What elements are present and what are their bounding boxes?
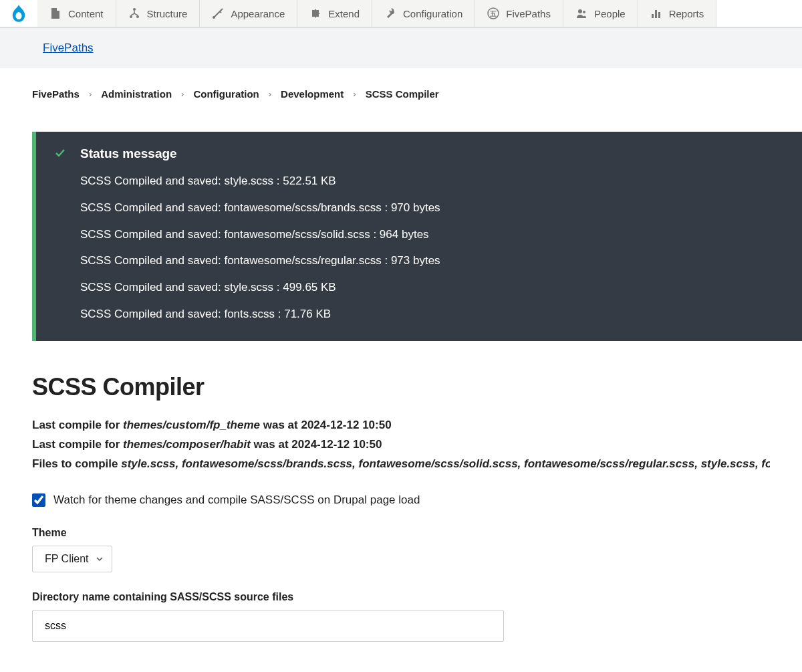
toolbar-item-label: Structure xyxy=(147,8,188,19)
people-icon xyxy=(575,7,587,19)
toolbar-item-appearance[interactable]: Appearance xyxy=(200,0,297,27)
toolbar-item-structure[interactable]: Structure xyxy=(116,0,200,27)
theme-selected-value: FP Client xyxy=(45,553,89,564)
directory-field: Directory name containing SASS/SCSS sour… xyxy=(32,591,770,642)
check-icon xyxy=(55,148,65,160)
svg-point-4 xyxy=(213,16,215,19)
breadcrumb-item[interactable]: FivePaths xyxy=(32,88,80,100)
compile-info: Last compile for themes/custom/fp_theme … xyxy=(32,416,770,474)
watch-checkbox-label[interactable]: Watch for theme changes and compile SASS… xyxy=(53,493,420,507)
chevron-right-icon: › xyxy=(89,89,92,99)
appearance-icon xyxy=(212,7,224,19)
toolbar-drupal-logo[interactable] xyxy=(0,0,37,27)
svg-point-2 xyxy=(130,15,132,18)
theme-label: Theme xyxy=(32,527,770,539)
page-title: SCSS Compiler xyxy=(32,373,770,401)
theme-select[interactable]: FP Client xyxy=(32,546,112,572)
toolbar-item-label: FivePaths xyxy=(506,8,551,19)
status-message: Status message SCSS Compiled and saved: … xyxy=(32,132,802,341)
toolbar-item-reports[interactable]: Reports xyxy=(638,0,717,27)
drupal-icon xyxy=(10,3,27,23)
site-link-bar: FivePaths xyxy=(0,28,802,68)
reports-icon xyxy=(650,7,662,19)
breadcrumb-item[interactable]: Development xyxy=(281,88,344,100)
toolbar-item-configuration[interactable]: Configuration xyxy=(372,0,475,27)
toolbar-item-label: Configuration xyxy=(403,8,462,19)
chevron-right-icon: › xyxy=(181,89,184,99)
breadcrumb-item: SCSS Compiler xyxy=(366,88,439,100)
puzzle-icon xyxy=(309,7,321,19)
svg-text:五: 五 xyxy=(489,10,497,17)
directory-input[interactable] xyxy=(32,610,504,642)
toolbar-item-label: Extend xyxy=(328,8,360,19)
status-message-wrap: Status message SCSS Compiled and saved: … xyxy=(32,132,802,341)
site-home-link[interactable]: FivePaths xyxy=(43,41,94,54)
toolbar-item-label: Appearance xyxy=(231,8,285,19)
status-msg: SCSS Compiled and saved: fontawesome/scs… xyxy=(80,200,783,216)
five-icon: 五 xyxy=(487,7,499,19)
status-msg: SCSS Compiled and saved: fonts.scss : 71… xyxy=(80,306,783,322)
svg-rect-10 xyxy=(655,10,657,18)
compile-line: Files to compile style.scss, fontawesome… xyxy=(32,455,770,474)
chevron-down-icon xyxy=(96,555,104,563)
status-msg: SCSS Compiled and saved: fontawesome/scs… xyxy=(80,253,783,269)
toolbar-item-extend[interactable]: Extend xyxy=(297,0,372,27)
directory-label: Directory name containing SASS/SCSS sour… xyxy=(32,591,770,603)
svg-rect-11 xyxy=(658,12,660,18)
toolbar-item-fivepaths[interactable]: 五 FivePaths xyxy=(475,0,563,27)
structure-icon xyxy=(128,7,140,19)
wrench-icon xyxy=(384,7,396,19)
status-msg: SCSS Compiled and saved: fontawesome/scs… xyxy=(80,227,783,243)
status-title: Status message xyxy=(80,146,783,161)
compile-line: Last compile for themes/composer/habit w… xyxy=(32,435,770,455)
svg-point-8 xyxy=(583,11,585,13)
theme-field: Theme FP Client xyxy=(32,527,770,572)
admin-toolbar: Content Structure Appearance Extend Conf… xyxy=(0,0,802,28)
chevron-right-icon: › xyxy=(353,89,356,99)
svg-point-7 xyxy=(578,9,582,13)
status-messages-list: SCSS Compiled and saved: style.scss : 52… xyxy=(80,173,783,322)
breadcrumb-wrap: FivePaths › Administration › Configurati… xyxy=(0,68,802,112)
toolbar-item-content[interactable]: Content xyxy=(37,0,116,27)
watch-checkbox[interactable] xyxy=(32,493,45,507)
file-icon xyxy=(49,7,61,19)
watch-checkbox-row: Watch for theme changes and compile SASS… xyxy=(32,493,770,507)
compile-line: Last compile for themes/custom/fp_theme … xyxy=(32,416,770,435)
toolbar-item-label: Reports xyxy=(669,8,704,19)
status-msg: SCSS Compiled and saved: style.scss : 49… xyxy=(80,279,783,296)
breadcrumb-item[interactable]: Administration xyxy=(101,88,172,100)
toolbar-item-people[interactable]: People xyxy=(563,0,638,27)
svg-point-1 xyxy=(133,8,136,11)
toolbar-item-label: People xyxy=(594,8,626,19)
breadcrumb: FivePaths › Administration › Configurati… xyxy=(32,88,770,100)
main-content: SCSS Compiler Last compile for themes/cu… xyxy=(0,341,802,672)
svg-point-0 xyxy=(17,16,20,19)
svg-rect-9 xyxy=(652,14,654,18)
chevron-right-icon: › xyxy=(269,89,271,99)
breadcrumb-item[interactable]: Configuration xyxy=(193,88,259,100)
status-msg: SCSS Compiled and saved: style.scss : 52… xyxy=(80,173,783,189)
svg-point-3 xyxy=(136,15,139,18)
toolbar-item-label: Content xyxy=(68,8,104,19)
